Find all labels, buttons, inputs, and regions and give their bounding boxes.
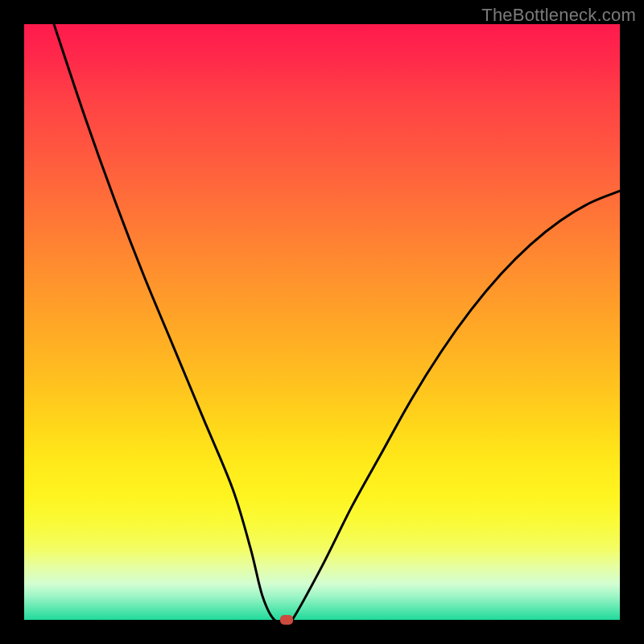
watermark-text: TheBottleneck.com [481,5,636,26]
bottleneck-curve [24,24,620,620]
plot-area [24,24,620,620]
optimal-marker [280,615,293,625]
chart-frame: TheBottleneck.com [0,0,644,644]
